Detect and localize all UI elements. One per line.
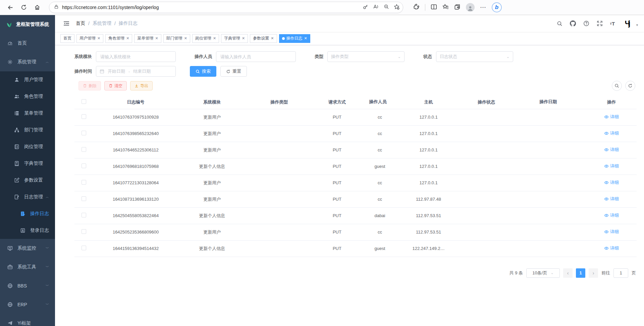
tab-posts[interactable]: 岗位管理✕: [192, 34, 219, 43]
sidebar-item-system[interactable]: 系统管理 ︿: [0, 53, 55, 71]
header-search-icon[interactable]: [557, 21, 562, 26]
sidebar-item-logs[interactable]: 日志管理 ︿: [0, 189, 55, 205]
copilot-icon[interactable]: b: [492, 2, 502, 12]
font-size-icon[interactable]: тT: [610, 21, 615, 26]
zoom-out-icon[interactable]: [384, 4, 389, 11]
sidebar-item-login-log[interactable]: 登录日志: [0, 222, 55, 239]
export-button[interactable]: 导出: [130, 81, 153, 90]
favorites-icon[interactable]: [442, 4, 449, 11]
hamburger-icon[interactable]: [60, 17, 72, 29]
row-checkbox[interactable]: [82, 147, 86, 152]
tab-dictionary[interactable]: 字典管理✕: [221, 34, 248, 43]
read-aloud-icon[interactable]: [373, 4, 379, 11]
row-checkbox[interactable]: [82, 246, 86, 250]
view-detail-link[interactable]: 详细: [604, 147, 619, 153]
close-icon[interactable]: ✕: [242, 36, 245, 41]
prev-page-button[interactable]: ‹: [563, 268, 573, 278]
sidebar-item-users[interactable]: 用户管理: [0, 71, 55, 88]
sort-icons[interactable]: [558, 99, 561, 105]
row-checkbox[interactable]: [82, 196, 86, 201]
next-page-button[interactable]: ›: [589, 268, 598, 278]
row-checkbox[interactable]: [82, 131, 86, 135]
sidebar-item-menus[interactable]: 菜单管理: [0, 105, 55, 122]
refresh-table-button[interactable]: [625, 81, 635, 91]
browser-home-icon[interactable]: [32, 2, 43, 13]
row-checkbox[interactable]: [82, 164, 86, 168]
tab-home[interactable]: 首页: [60, 34, 74, 43]
clear-button[interactable]: 清空: [104, 81, 127, 90]
view-detail-link[interactable]: 详细: [604, 163, 619, 169]
close-icon[interactable]: ✕: [304, 36, 307, 41]
goto-page-input[interactable]: [613, 268, 628, 278]
view-detail-link[interactable]: 详细: [604, 130, 619, 136]
sidebar-item-operation-log[interactable]: 操作日志: [0, 205, 55, 222]
caret-down-icon[interactable]: ▼: [636, 23, 639, 27]
tab-menus[interactable]: 菜单管理✕: [134, 34, 161, 43]
status-select[interactable]: 日志状态 ⌄: [436, 51, 513, 62]
help-icon[interactable]: [583, 20, 589, 26]
page-number-1[interactable]: 1: [576, 268, 585, 278]
close-icon[interactable]: ✕: [126, 36, 129, 41]
sidebar-item-roles[interactable]: 角色管理: [0, 88, 55, 105]
sidebar-item-home[interactable]: 首页: [0, 34, 55, 53]
more-menu-icon[interactable]: ⋯: [480, 4, 486, 11]
hide-search-button[interactable]: [612, 81, 622, 91]
search-button[interactable]: 搜索: [190, 66, 216, 77]
sidebar-item-yi-framework[interactable]: Yi框架: [0, 314, 55, 326]
close-icon[interactable]: ✕: [271, 36, 274, 41]
split-screen-icon[interactable]: [431, 4, 437, 11]
browser-profile-avatar[interactable]: [466, 3, 475, 12]
sidebar-item-monitor[interactable]: 系统监控 ﹀: [0, 239, 55, 258]
sidebar-item-departments[interactable]: 部门管理: [0, 122, 55, 138]
sidebar-item-posts[interactable]: 岗位管理: [0, 138, 55, 155]
url-text[interactable]: https://ccnetcore.com:1101/system/log/op…: [62, 5, 360, 10]
github-icon[interactable]: [570, 20, 576, 26]
address-bar[interactable]: https://ccnetcore.com:1101/system/log/op…: [49, 2, 403, 13]
sidebar-item-bbs[interactable]: BBS ﹀: [0, 276, 55, 295]
row-checkbox[interactable]: [82, 180, 86, 185]
tab-users[interactable]: 用户管理✕: [76, 34, 103, 43]
module-input[interactable]: [96, 51, 176, 62]
sidebar-item-dictionary[interactable]: 字典管理: [0, 155, 55, 172]
view-detail-link[interactable]: 详细: [604, 245, 619, 251]
browser-reload-icon[interactable]: [18, 2, 30, 13]
view-detail-link[interactable]: 详细: [604, 196, 619, 202]
type-select[interactable]: 操作类型 ⌄: [327, 51, 405, 62]
fullscreen-icon[interactable]: [597, 20, 603, 26]
tab-roles[interactable]: 角色管理✕: [105, 34, 132, 43]
view-detail-link[interactable]: 详细: [604, 212, 619, 218]
app-logo[interactable]: 意框架管理系统: [0, 15, 55, 34]
close-icon[interactable]: ✕: [184, 36, 187, 41]
date-range-picker[interactable]: 开始日期 - 结束日期: [96, 66, 176, 77]
user-avatar[interactable]: Чj: [622, 18, 632, 28]
close-icon[interactable]: ✕: [97, 36, 100, 41]
close-icon[interactable]: ✕: [213, 36, 216, 41]
favorite-add-icon[interactable]: [394, 4, 399, 11]
breadcrumb-home[interactable]: 首页: [76, 20, 85, 26]
row-checkbox[interactable]: [82, 213, 86, 217]
extensions-icon[interactable]: [413, 4, 420, 11]
key-icon[interactable]: [363, 4, 368, 11]
view-detail-link[interactable]: 详细: [604, 114, 619, 120]
lock-icon[interactable]: [54, 4, 59, 10]
select-all-checkbox[interactable]: [82, 99, 86, 104]
operator-input[interactable]: [216, 51, 296, 62]
delete-button[interactable]: 删除: [78, 81, 101, 90]
collections-icon[interactable]: [454, 4, 461, 11]
tab-parameters[interactable]: 参数设置✕: [250, 34, 277, 43]
view-detail-link[interactable]: 详细: [604, 229, 619, 235]
reset-button[interactable]: 重置: [220, 66, 247, 77]
page-size-select[interactable]: 10条/页 ⌄: [526, 268, 560, 278]
sort-icons[interactable]: [388, 99, 391, 105]
row-checkbox[interactable]: [82, 114, 86, 119]
col-date[interactable]: 操作日期: [514, 95, 586, 109]
tab-departments[interactable]: 部门管理✕: [163, 34, 190, 43]
sidebar-item-erp[interactable]: ERP ﹀: [0, 295, 55, 314]
browser-back-icon[interactable]: [5, 2, 16, 13]
col-operator[interactable]: 操作人员: [361, 95, 398, 109]
row-checkbox[interactable]: [82, 229, 86, 234]
sidebar-item-parameters[interactable]: 参数设置: [0, 172, 55, 189]
tab-operation-log[interactable]: 操作日志✕: [279, 34, 310, 43]
view-detail-link[interactable]: 详细: [604, 180, 619, 186]
close-icon[interactable]: ✕: [155, 36, 158, 41]
